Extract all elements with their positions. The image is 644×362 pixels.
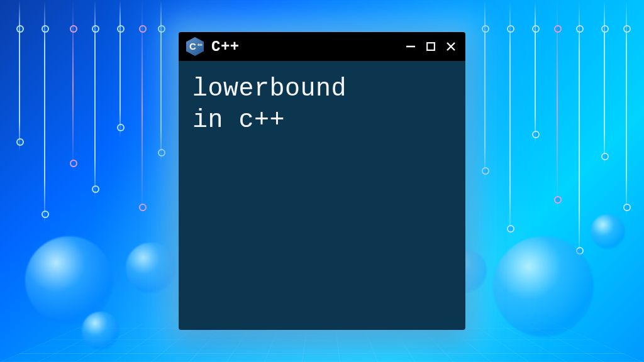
circuit-line — [94, 0, 96, 199]
close-button[interactable] — [444, 40, 458, 53]
window-title: C++ — [211, 38, 396, 55]
svg-rect-1 — [427, 43, 435, 50]
circuit-line — [626, 0, 627, 217]
sphere — [493, 236, 594, 337]
circuit-line — [44, 0, 45, 224]
titlebar[interactable]: C ++ C++ — [179, 32, 465, 61]
window-client-area: lowerbound in c++ — [179, 61, 465, 330]
app-window: C ++ C++ lowerbound in c++ — [179, 32, 465, 330]
maximize-button[interactable] — [424, 40, 438, 53]
sphere — [25, 236, 113, 324]
circuit-line — [72, 0, 74, 173]
sphere — [591, 214, 625, 249]
circuit-line — [579, 0, 580, 261]
circuit-line — [535, 0, 536, 145]
circuit-line — [160, 0, 162, 163]
circuit-line — [604, 0, 605, 167]
circuit-line — [484, 0, 486, 181]
content-text: lowerbound in c++ — [192, 74, 452, 136]
circuit-line — [509, 0, 511, 239]
sphere — [82, 312, 119, 349]
circuit-line — [119, 0, 121, 138]
circuit-line — [557, 0, 558, 210]
circuit-line — [19, 0, 20, 152]
minimize-button[interactable] — [404, 40, 418, 53]
cpp-logo-icon: C ++ — [186, 37, 204, 56]
window-controls — [404, 40, 458, 53]
circuit-line — [142, 0, 143, 217]
sphere — [126, 243, 176, 293]
